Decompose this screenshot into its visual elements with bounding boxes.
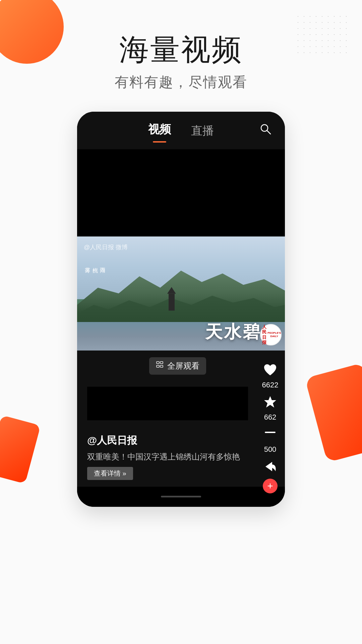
fullscreen-label: 全屏观看 (167, 361, 199, 371)
svg-marker-6 (264, 396, 276, 408)
read-more-button[interactable]: 查看详情 » (87, 467, 133, 480)
svg-point-0 (261, 124, 268, 131)
heart-icon (261, 361, 280, 379)
comment-count: 500 (264, 445, 277, 454)
video-description: 双重唯美！中国汉字遇上锦绣山河有多惊艳 (87, 451, 248, 463)
svg-rect-5 (160, 365, 163, 367)
video-thumbnail[interactable]: @人民日报 微博 西湖 杭州 薄雾 天水碧 人民日报 PEOPLE'S DAIL… (77, 236, 285, 351)
video-black-area (77, 149, 285, 236)
svg-rect-2 (157, 362, 159, 364)
follow-button[interactable]: + (263, 479, 278, 493)
tab-video[interactable]: 视频 (148, 122, 171, 143)
share-button[interactable] (261, 457, 280, 476)
share-icon (261, 457, 280, 476)
star-icon (261, 393, 280, 412)
search-icon[interactable] (259, 123, 272, 138)
svg-rect-7 (265, 432, 276, 433)
author-name[interactable]: @人民日报 (87, 434, 248, 447)
favorite-count: 662 (264, 413, 277, 422)
page-title: 海量视频 (115, 34, 247, 66)
comment-icon (261, 425, 280, 444)
video-content: @人民日报 微博 西湖 杭州 薄雾 天水碧 人民日报 PEOPLE'S DAIL… (77, 236, 285, 487)
fullscreen-button[interactable]: 全屏观看 (149, 357, 206, 375)
header-section: 海量视频 有料有趣，尽情观看 (115, 34, 247, 92)
bottom-panel: 全屏观看 @人民日报 双重唯美！中国汉字遇上锦绣山河有多惊艳 查看详情 » (77, 351, 285, 487)
like-count: 6622 (262, 381, 279, 389)
video-title: 天水碧 (205, 320, 261, 344)
page-subtitle: 有料有趣，尽情观看 (115, 73, 247, 92)
favorite-button[interactable]: 662 (261, 393, 280, 422)
tab-underline (153, 141, 166, 143)
like-button[interactable]: 6622 (261, 361, 280, 389)
publisher-logo: 人民日报 PEOPLE'S DAILY (260, 324, 282, 345)
action-buttons: 6622 662 (261, 351, 280, 476)
nav-tabs: 视频 直播 (148, 122, 214, 143)
top-nav: 视频 直播 (77, 112, 285, 149)
svg-rect-3 (160, 362, 163, 364)
pagoda (169, 294, 175, 311)
phone-bottom-bar (77, 487, 285, 507)
video-watermark: @人民日报 微博 (84, 243, 128, 251)
app-screen: 视频 直播 (77, 112, 285, 507)
svg-rect-4 (157, 365, 159, 367)
fullscreen-icon (156, 361, 164, 371)
svg-line-1 (267, 130, 270, 134)
home-indicator (161, 496, 201, 497)
comment-button[interactable]: 500 (261, 425, 280, 454)
phone-mockup: 视频 直播 (77, 112, 285, 507)
content-left: 全屏观看 @人民日报 双重唯美！中国汉字遇上锦绣山河有多惊艳 查看详情 » (87, 357, 278, 480)
tab-live[interactable]: 直播 (191, 123, 214, 141)
